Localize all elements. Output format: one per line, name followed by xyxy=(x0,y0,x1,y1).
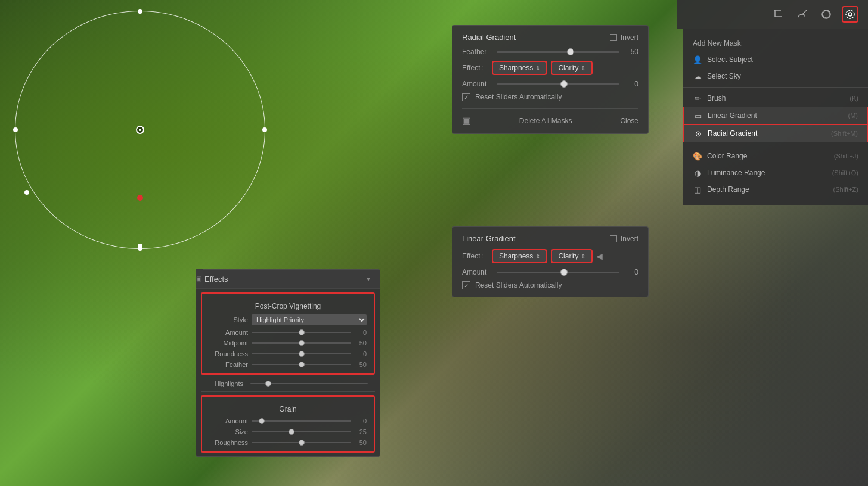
style-select[interactable]: Highlight Priority xyxy=(252,314,367,325)
reset-label-radial: Reset Sliders Automatically xyxy=(475,93,562,101)
amount-label-effects: Amount xyxy=(209,329,248,336)
radial-handle-extra[interactable] xyxy=(138,244,142,248)
reset-row-radial: ✓ Reset Sliders Automatically xyxy=(462,93,638,101)
effects-collapse-icon[interactable]: ▼ xyxy=(365,276,371,282)
effect-row-linear: Effect : Sharpness ⇕ Clarity ⇕ ◀ xyxy=(462,249,638,263)
radial-handle-bl[interactable] xyxy=(24,190,29,195)
midpoint-mini-slider[interactable] xyxy=(252,342,351,344)
radial-panel-footer: ▣ Delete All Masks Close xyxy=(462,108,638,126)
grain-roughness-val: 50 xyxy=(355,439,367,446)
clarity-arrow-radial: ⇕ xyxy=(581,65,585,71)
sidebar-item-brush[interactable]: ✏ Brush (K) xyxy=(683,90,868,107)
invert-label-linear: Invert xyxy=(621,235,638,243)
effects-header: Effects ▼ xyxy=(196,270,380,289)
amount-label-radial: Amount xyxy=(462,80,492,88)
radial-panel-title: Radial Gradient xyxy=(462,33,516,42)
feather-label-effects: Feather xyxy=(209,361,248,368)
sidebar-item-radial-gradient[interactable]: ⊙ Radial Gradient (Shift+M) xyxy=(683,124,868,142)
effect-label-radial: Effect : xyxy=(462,64,492,72)
amount-value-radial: 0 xyxy=(624,80,638,88)
radial-handle-right[interactable] xyxy=(262,127,267,132)
svg-line-0 xyxy=(802,10,807,14)
feather-mini-slider[interactable] xyxy=(252,364,351,365)
highlights-thumb[interactable] xyxy=(265,381,271,387)
effects-divider xyxy=(201,391,375,392)
grain-amount-slider[interactable] xyxy=(252,420,351,422)
roundness-mini-slider[interactable] xyxy=(252,353,351,354)
feather-thumb-radial[interactable] xyxy=(567,48,574,55)
feather-mini-thumb[interactable] xyxy=(299,362,305,367)
clarity-button-linear[interactable]: Clarity ⇕ xyxy=(551,249,593,263)
linear-gradient-icon: ▭ xyxy=(693,111,703,120)
amount-slider-radial[interactable] xyxy=(497,83,619,85)
depth-range-icon: ◫ xyxy=(693,185,702,194)
brush-icon[interactable] xyxy=(794,6,811,23)
grain-size-row: Size 25 xyxy=(206,426,370,437)
amount-row-radial: Amount 0 xyxy=(462,80,638,88)
amount-row-linear: Amount 0 xyxy=(462,268,638,276)
grain-size-thumb[interactable] xyxy=(289,429,294,435)
crop-icon[interactable] xyxy=(770,6,787,23)
panel-divider-2 xyxy=(683,145,868,145)
grain-amount-thumb[interactable] xyxy=(259,418,265,424)
radial-handle-top[interactable] xyxy=(138,9,142,14)
amount-mini-thumb[interactable] xyxy=(299,329,305,335)
effects-panel-tab[interactable]: ▣ xyxy=(196,269,203,287)
sidebar-item-select-subject[interactable]: 👤 Select Subject xyxy=(683,51,868,68)
radial-center-point[interactable] xyxy=(136,126,144,134)
effect-label-linear: Effect : xyxy=(462,252,492,260)
linear-panel-title: Linear Gradient xyxy=(462,234,516,243)
amount-slider-row-effects: Amount 0 xyxy=(206,327,370,338)
sharpness-arrow-linear: ⇕ xyxy=(535,253,540,260)
amount-thumb-radial[interactable] xyxy=(560,80,568,88)
sharpness-button-radial[interactable]: Sharpness ⇕ xyxy=(492,61,547,75)
amount-mini-slider[interactable] xyxy=(252,332,351,333)
feather-slider-radial[interactable] xyxy=(497,51,619,53)
sharpness-button-linear[interactable]: Sharpness ⇕ xyxy=(492,249,547,263)
mask-icon-radial: ▣ xyxy=(462,115,471,126)
color-icon[interactable] xyxy=(818,6,835,23)
svg-point-2 xyxy=(848,13,852,16)
select-sky-icon: ☁ xyxy=(693,71,702,81)
sidebar-item-depth-range[interactable]: ◫ Depth Range (Shift+Z) xyxy=(683,181,868,198)
midpoint-val: 50 xyxy=(355,339,367,347)
grain-roughness-slider[interactable] xyxy=(252,442,351,443)
linear-panel-header: Linear Gradient Invert xyxy=(462,234,638,243)
grain-amount-row: Amount 0 xyxy=(206,416,370,426)
grain-roughness-thumb[interactable] xyxy=(299,440,305,446)
style-row: Style Highlight Priority xyxy=(206,313,370,327)
delete-all-button[interactable]: Delete All Masks xyxy=(519,117,572,125)
amount-slider-linear[interactable] xyxy=(497,272,619,273)
radial-handle-left[interactable] xyxy=(13,127,18,132)
reset-checkbox-linear[interactable]: ✓ xyxy=(462,281,470,289)
sidebar-item-color-range[interactable]: 🎨 Color Range (Shift+J) xyxy=(683,148,868,164)
color-range-icon: 🎨 xyxy=(693,151,702,161)
grain-amount-val: 0 xyxy=(355,418,367,425)
sidebar-item-select-sky[interactable]: ☁ Select Sky xyxy=(683,68,868,85)
grain-size-slider[interactable] xyxy=(252,431,351,432)
grain-size-val: 25 xyxy=(355,428,367,435)
sidebar-item-linear-gradient[interactable]: ▭ Linear Gradient (M) xyxy=(683,107,868,124)
invert-checkbox-linear[interactable] xyxy=(610,235,617,242)
sidebar-item-luminance-range[interactable]: ◑ Luminance Range (Shift+Q) xyxy=(683,164,868,181)
grain-roughness-label: Roughness xyxy=(209,439,248,446)
reset-row-linear: ✓ Reset Sliders Automatically xyxy=(462,281,638,289)
midpoint-mini-thumb[interactable] xyxy=(299,340,305,346)
invert-checkbox-radial[interactable] xyxy=(610,34,617,41)
highlights-slider[interactable] xyxy=(250,383,368,384)
collapse-icon-linear[interactable]: ◀ xyxy=(596,251,603,261)
reset-label-linear: Reset Sliders Automatically xyxy=(475,281,562,289)
clarity-button-radial[interactable]: Clarity ⇕ xyxy=(551,61,593,75)
amount-thumb-linear[interactable] xyxy=(560,269,568,276)
radial-gradient-circle[interactable] xyxy=(15,11,265,249)
amount-label-linear: Amount xyxy=(462,268,492,276)
midpoint-label: Midpoint xyxy=(209,339,248,347)
effect-row-radial: Effect : Sharpness ⇕ Clarity ⇕ xyxy=(462,61,638,75)
roundness-mini-thumb[interactable] xyxy=(299,351,305,357)
reset-checkbox-radial[interactable]: ✓ xyxy=(462,93,470,101)
brush-panel-icon: ✏ xyxy=(693,94,702,103)
close-button-radial[interactable]: Close xyxy=(620,117,638,125)
settings-icon[interactable] xyxy=(842,6,858,23)
radial-red-dot[interactable] xyxy=(137,195,143,201)
top-toolbar xyxy=(677,0,868,29)
